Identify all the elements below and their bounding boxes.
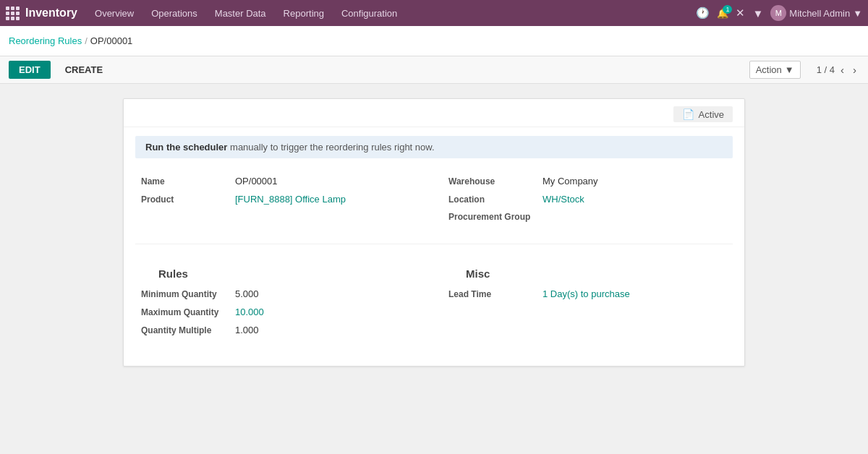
- procurement-group-label: Procurement Group: [448, 212, 542, 222]
- name-value: OP/00001: [235, 176, 278, 187]
- close-icon[interactable]: ✕: [736, 7, 745, 20]
- form-col-right: Warehouse My Company Location WH/Stock P…: [448, 176, 727, 229]
- warehouse-label: Warehouse: [448, 176, 542, 187]
- clock-icon[interactable]: 🕐: [696, 7, 710, 20]
- scheduler-description: manually to trigger the reordering rules…: [230, 142, 435, 153]
- product-label: Product: [141, 194, 235, 205]
- location-row: Location WH/Stock: [448, 194, 727, 205]
- location-value[interactable]: WH/Stock: [542, 194, 584, 205]
- max-qty-value: 10.000: [235, 307, 264, 317]
- action-dropdown[interactable]: Action ▼: [749, 61, 801, 79]
- action-label: Action: [756, 64, 782, 75]
- qty-multiple-row: Quantity Multiple 1.000: [141, 325, 420, 335]
- status-badge[interactable]: 📄 Active: [673, 106, 733, 122]
- user-chevron-icon: ▼: [853, 8, 862, 19]
- user-name: Mitchell Admin: [789, 8, 850, 19]
- rules-section: Rules Minimum Quantity 5.000 Maximum Qua…: [141, 256, 420, 343]
- breadcrumb-current: OP/00001: [90, 35, 133, 46]
- product-row: Product [FURN_8888] Office Lamp: [141, 194, 420, 205]
- breadcrumb-parent[interactable]: Reordering Rules: [9, 35, 82, 46]
- procurement-group-row: Procurement Group: [448, 212, 727, 222]
- lead-time-value: 1 Day(s) to purchase: [542, 288, 630, 299]
- name-label: Name: [141, 176, 235, 187]
- name-row: Name OP/00001: [141, 176, 420, 187]
- navbar-right: 🕐 🔔 1 ✕ ▼ M Mitchell Admin ▼: [696, 5, 862, 21]
- scheduler-link[interactable]: Run the scheduler: [145, 142, 227, 153]
- lead-time-row: Lead Time 1 Day(s) to purchase: [448, 288, 727, 299]
- card-header: 📄 Active: [124, 99, 744, 127]
- notification-bell[interactable]: 🔔 1: [717, 8, 728, 19]
- warehouse-row: Warehouse My Company: [448, 176, 727, 187]
- user-menu[interactable]: M Mitchell Admin ▼: [770, 5, 862, 21]
- sections-row: Rules Minimum Quantity 5.000 Maximum Qua…: [124, 247, 744, 354]
- qty-multiple-label: Quantity Multiple: [141, 325, 235, 335]
- pager-next-button[interactable]: ›: [850, 62, 859, 77]
- main-content: 📄 Active Run the scheduler manually to t…: [0, 84, 868, 381]
- toolbar: EDIT CREATE Action ▼ 1 / 4 ‹ ›: [0, 56, 868, 84]
- nav-master-data[interactable]: Master Data: [212, 7, 269, 20]
- nav-operations[interactable]: Operations: [148, 7, 200, 20]
- rules-title: Rules: [158, 262, 402, 280]
- nav-reporting[interactable]: Reporting: [281, 7, 327, 20]
- create-button[interactable]: CREATE: [55, 61, 113, 79]
- user-avatar: M: [770, 5, 786, 21]
- chevron-down-icon[interactable]: ▼: [752, 7, 763, 20]
- form-col-left: Name OP/00001 Product [FURN_8888] Office…: [141, 176, 420, 229]
- nav-configuration[interactable]: Configuration: [339, 7, 400, 20]
- min-qty-row: Minimum Quantity 5.000: [141, 288, 420, 299]
- breadcrumb-separator: /: [85, 35, 88, 46]
- nav-overview[interactable]: Overview: [92, 7, 137, 20]
- min-qty-value: 5.000: [235, 288, 259, 299]
- misc-section: Misc Lead Time 1 Day(s) to purchase: [448, 256, 727, 343]
- grid-menu-icon[interactable]: [6, 7, 20, 20]
- max-qty-label: Maximum Quantity: [141, 307, 235, 317]
- max-qty-row: Maximum Quantity 10.000: [141, 307, 420, 317]
- location-label: Location: [448, 194, 542, 205]
- navbar: Inventory Overview Operations Master Dat…: [0, 0, 868, 26]
- notification-badge: 1: [723, 5, 732, 14]
- navbar-menu: Overview Operations Master Data Reportin…: [92, 7, 696, 20]
- app-title[interactable]: Inventory: [25, 7, 77, 20]
- scheduler-bar: Run the scheduler manually to trigger th…: [135, 136, 733, 158]
- warehouse-value: My Company: [542, 176, 598, 187]
- lead-time-label: Lead Time: [448, 289, 542, 299]
- form-fields: Name OP/00001 Product [FURN_8888] Office…: [124, 167, 744, 241]
- qty-multiple-value: 1.000: [235, 325, 259, 335]
- breadcrumb-bar: Reordering Rules / OP/00001: [0, 26, 868, 56]
- pager-prev-button[interactable]: ‹: [838, 62, 847, 77]
- section-divider: [135, 244, 733, 244]
- action-chevron-icon: ▼: [785, 64, 794, 75]
- misc-title: Misc: [466, 262, 710, 280]
- breadcrumb: Reordering Rules / OP/00001: [9, 35, 859, 46]
- min-qty-label: Minimum Quantity: [141, 289, 235, 299]
- product-value[interactable]: [FURN_8888] Office Lamp: [235, 194, 346, 205]
- record-card: 📄 Active Run the scheduler manually to t…: [123, 98, 745, 367]
- edit-button[interactable]: EDIT: [9, 61, 51, 79]
- pager-text: 1 / 4: [817, 64, 835, 75]
- pager: 1 / 4 ‹ ›: [817, 62, 859, 77]
- status-icon: 📄: [682, 108, 694, 120]
- status-label: Active: [699, 109, 724, 120]
